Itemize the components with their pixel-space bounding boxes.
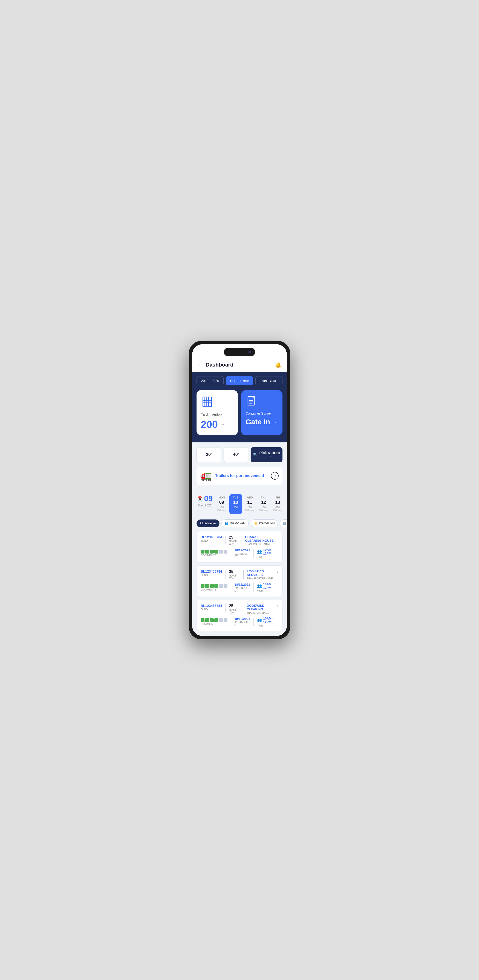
- filter-chip-12am[interactable]: ☀️12AM-03PM: [251, 519, 278, 527]
- year-tabs: 2019 - 2020 Current Year Next Year: [197, 376, 282, 385]
- filter-icon: ⬇️: [283, 522, 287, 525]
- delivery-con-label: NO OF CON: [229, 540, 238, 545]
- header-left: ← Dashboard: [197, 362, 233, 368]
- filter-chip-all[interactable]: All Deliveries: [197, 519, 219, 527]
- delivery-doc-label: DOCUMENTS: [201, 588, 227, 591]
- trailer-row[interactable]: 🚛 Trailers for port movement →: [197, 466, 282, 485]
- delivery-con-num: 25: [229, 570, 240, 574]
- delivery-sep3: [231, 549, 231, 558]
- delivery-bl-col: BL123456784 BL NO.: [201, 604, 222, 611]
- inventory-icon: [201, 396, 233, 409]
- cal-day-num: 13: [275, 500, 280, 505]
- calendar-today: 📅 09 Dec 2022: [197, 494, 213, 507]
- delivery-bl: BL123456784: [201, 604, 222, 608]
- yard-inventory-label: Yard Inventory: [201, 412, 233, 416]
- delivery-card-0[interactable]: BL123456784 BL NO. 25 NO OF CON BHARAT C…: [197, 531, 282, 563]
- calendar-days: MON 09 100 Delivery TUE 10 200 WED 11 15…: [215, 494, 284, 514]
- delivery-sep: [225, 570, 226, 579]
- delivery-time-row: 👥 10AM-12PM: [257, 548, 278, 555]
- delivery-row1: BL123456784 BL NO. 25 NO OF CON GOODWILL…: [201, 604, 278, 614]
- delivery-con-col: 25 NO OF CON: [229, 570, 240, 580]
- delivery-chevron-icon[interactable]: ›: [277, 570, 278, 574]
- cal-delivery-label: Delivery: [259, 509, 268, 512]
- cal-delivery-count: 450: [276, 506, 280, 509]
- calendar-icon: 📅: [197, 496, 203, 501]
- cal-day-name: WED: [246, 496, 253, 499]
- delivery-chevron-icon[interactable]: ›: [277, 535, 278, 539]
- dark-section: 2019 - 2020 Current Year Next Year: [192, 372, 287, 442]
- doc-dot: [205, 618, 209, 622]
- delivery-schedule-col: 18/12/2021 SCHEDULE DT.: [235, 549, 250, 558]
- delivery-time: 10AM-12PM: [263, 548, 278, 555]
- size-20ft-button[interactable]: 20': [197, 447, 221, 462]
- doc-dot: [219, 550, 223, 554]
- cal-day-num: 09: [219, 500, 224, 505]
- notification-bell-icon[interactable]: 🔔: [275, 362, 282, 368]
- clock-icon: 👥: [257, 618, 262, 622]
- calendar-row: 📅 09 Dec 2022 MON 09 100 Delivery TUE 10…: [197, 494, 282, 514]
- phone-frame: ← Dashboard 🔔 2019 - 2020 Current Year N…: [189, 341, 290, 639]
- delivery-card-2[interactable]: BL123456784 BL NO. 25 NO OF CON GOODWILL…: [197, 600, 282, 631]
- svg-rect-0: [203, 397, 211, 407]
- pick-drop-button[interactable]: 🔍 Pick & Drop ?: [251, 447, 282, 462]
- today-num: 09: [204, 494, 213, 503]
- cal-day-name: FRI: [276, 496, 280, 499]
- delivery-time: 10AM-12PM: [263, 617, 278, 624]
- delivery-con-num: 25: [229, 535, 238, 539]
- delivery-transporter-col: GOODWILL CLEARING TRANSPORT NAME: [247, 604, 274, 614]
- doc-dots: [201, 584, 227, 588]
- delivery-chevron-icon[interactable]: ›: [277, 604, 278, 608]
- year-tab-prev[interactable]: 2019 - 2020: [197, 376, 224, 385]
- container-survey-card[interactable]: Container Survey Gate In→: [241, 390, 282, 435]
- delivery-docs-col: DOCUMENTS: [201, 550, 227, 557]
- calendar-day-10[interactable]: TUE 10 200: [229, 494, 242, 514]
- doc-dot: [224, 584, 227, 588]
- doc-dot: [205, 550, 209, 554]
- deliveries-section: BL123456784 BL NO. 25 NO OF CON BHARAT C…: [192, 530, 287, 636]
- size-40ft-button[interactable]: 40': [224, 447, 248, 462]
- delivery-schedule-label: SCHEDULE DT.: [235, 587, 250, 592]
- delivery-time-row: 👥 10AM-12PM: [257, 582, 278, 590]
- delivery-sep3: [231, 617, 231, 626]
- calendar-day-12[interactable]: THU 12 150 Delivery: [257, 494, 270, 514]
- calendar-day-13[interactable]: FRI 13 450 Delivery: [271, 494, 284, 514]
- doc-dot: [201, 618, 205, 622]
- doc-dots: [201, 550, 227, 554]
- notch: [224, 348, 255, 356]
- delivery-row2: DOCUMENTS 18/12/2021 SCHEDULE DT. 👥 10AM…: [201, 582, 278, 593]
- delivery-schedule-col: 18/12/2021 SCHEDULE DT.: [235, 617, 250, 627]
- calendar-day-09[interactable]: MON 09 100 Delivery: [215, 494, 228, 514]
- delivery-doc-label: DOCUMENTS: [201, 623, 227, 625]
- delivery-transporter-label: TRANSPORTER NAME: [245, 543, 274, 546]
- delivery-row1: BL123456784 BL NO. 25 NO OF CON LOGISTIC…: [201, 570, 278, 580]
- delivery-con-col: 25 NO OF CON: [229, 535, 238, 545]
- delivery-bl-col: BL123456784 BL NO.: [201, 570, 222, 576]
- trailer-arrow-icon[interactable]: →: [271, 472, 279, 480]
- phone-screen: ← Dashboard 🔔 2019 - 2020 Current Year N…: [192, 344, 287, 636]
- delivery-bl: BL123456784: [201, 535, 222, 539]
- back-button[interactable]: ←: [197, 362, 203, 368]
- delivery-transporter-col: BHARAT CLEARING HOUSE TRANSPORTER NAME: [245, 535, 274, 546]
- delivery-time-col: 👥 10AM-12PM TIME: [257, 548, 278, 558]
- delivery-sep: [225, 536, 226, 544]
- delivery-bl-label: BL NO.: [201, 574, 222, 576]
- year-tab-next[interactable]: Next Year: [255, 376, 282, 385]
- delivery-con-col: 25 NO OF CON: [229, 604, 240, 614]
- delivery-time-label: TIME: [257, 590, 278, 593]
- delivery-row2: DOCUMENTS 18/12/2021 SCHEDULE DT. 👥 10AM…: [201, 548, 278, 558]
- container-survey-label: Container Survey: [246, 412, 278, 415]
- delivery-card-1[interactable]: BL123456784 BL NO. 25 NO OF CON LOGISTIC…: [197, 565, 282, 597]
- trailer-text: Trailers for port movement: [215, 474, 268, 478]
- filter-chip-10am[interactable]: 👥10AM-12AM: [221, 519, 249, 527]
- delivery-docs-col: DOCUMENTS: [201, 618, 227, 625]
- year-tab-current[interactable]: Current Year: [226, 376, 253, 385]
- doc-dot: [214, 618, 218, 622]
- delivery-schedule-date: 18/12/2021: [235, 549, 250, 552]
- delivery-time-label: TIME: [257, 556, 278, 558]
- cal-delivery-label: Delivery: [245, 509, 254, 512]
- yard-inventory-card[interactable]: Yard Inventory 200 →: [197, 390, 238, 435]
- delivery-schedule-label: SCHEDULE DT.: [235, 621, 250, 627]
- calendar-day-11[interactable]: WED 11 150 Delivery: [243, 494, 256, 514]
- filter-chip-3pm[interactable]: ⬇️03PM-06PM: [280, 519, 287, 527]
- gate-in-title: Gate In→: [246, 418, 278, 426]
